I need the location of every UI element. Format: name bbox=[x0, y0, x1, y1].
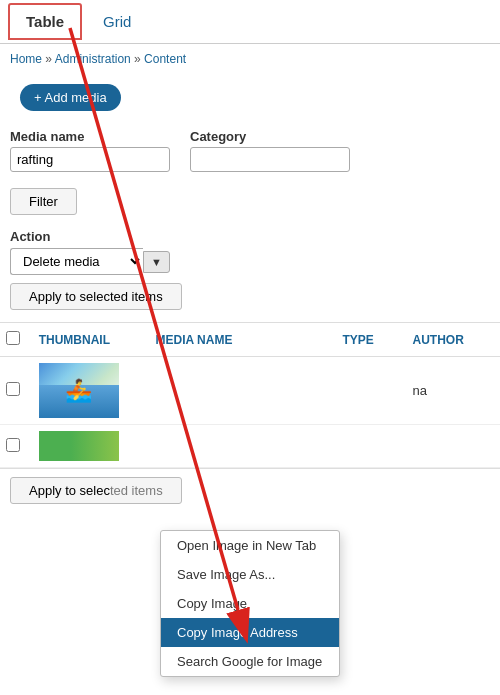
table-row bbox=[0, 425, 500, 468]
action-area: Action Delete media ▼ Apply to selected … bbox=[0, 225, 500, 316]
action-select-arrow[interactable]: ▼ bbox=[143, 251, 170, 273]
filter-form: Media name Category Filter bbox=[0, 121, 500, 225]
breadcrumb-sep1: » bbox=[45, 52, 54, 66]
row1-type-cell bbox=[336, 357, 406, 425]
category-field: Category bbox=[190, 129, 350, 172]
bottom-apply-button[interactable]: Apply to selected items bbox=[10, 477, 182, 504]
breadcrumb-sep2: » bbox=[134, 52, 144, 66]
category-input[interactable] bbox=[190, 147, 350, 172]
action-select[interactable]: Delete media bbox=[10, 248, 143, 275]
context-menu: Open Image in New Tab Save Image As... C… bbox=[160, 530, 340, 677]
context-menu-item-searchgoogle[interactable]: Search Google for Image bbox=[161, 647, 339, 676]
bottom-bar: Apply to selected items bbox=[0, 468, 500, 512]
media-name-field: Media name bbox=[10, 129, 170, 172]
row1-check-cell bbox=[0, 357, 33, 425]
media-table: THUMBNAIL MEDIA NAME TYPE AUTHOR na bbox=[0, 322, 500, 468]
select-all-checkbox[interactable] bbox=[6, 331, 20, 345]
tab-grid[interactable]: Grid bbox=[86, 4, 148, 39]
apply-selected-button[interactable]: Apply to selected items bbox=[10, 283, 182, 310]
breadcrumb-admin[interactable]: Administration bbox=[55, 52, 131, 66]
row1-thumbnail bbox=[39, 363, 119, 418]
filter-button[interactable]: Filter bbox=[10, 188, 77, 215]
col-header-medianame: MEDIA NAME bbox=[150, 323, 337, 357]
media-name-input[interactable] bbox=[10, 147, 170, 172]
col-header-type: TYPE bbox=[336, 323, 406, 357]
row1-thumbnail-cell bbox=[33, 357, 150, 425]
row2-checkbox[interactable] bbox=[6, 438, 20, 452]
row1-checkbox[interactable] bbox=[6, 382, 20, 396]
col-header-author: AUTHOR bbox=[407, 323, 501, 357]
row2-thumbnail-cell bbox=[33, 425, 150, 468]
col-header-thumbnail: THUMBNAIL bbox=[33, 323, 150, 357]
action-select-wrap: Delete media ▼ bbox=[10, 248, 170, 275]
context-menu-item-open[interactable]: Open Image in New Tab bbox=[161, 531, 339, 560]
breadcrumb-home[interactable]: Home bbox=[10, 52, 42, 66]
media-name-label: Media name bbox=[10, 129, 170, 144]
add-media-button[interactable]: + Add media bbox=[20, 84, 121, 111]
row2-type-cell bbox=[336, 425, 406, 468]
tab-table[interactable]: Table bbox=[8, 3, 82, 40]
category-label: Category bbox=[190, 129, 350, 144]
table-row: na bbox=[0, 357, 500, 425]
context-menu-item-copyaddress[interactable]: Copy Image Address bbox=[161, 618, 339, 647]
row2-thumbnail bbox=[39, 431, 119, 461]
table-header-row: THUMBNAIL MEDIA NAME TYPE AUTHOR bbox=[0, 323, 500, 357]
context-menu-item-copy[interactable]: Copy Image bbox=[161, 589, 339, 618]
breadcrumb: Home » Administration » Content bbox=[0, 44, 500, 74]
breadcrumb-content[interactable]: Content bbox=[144, 52, 186, 66]
row2-check-cell bbox=[0, 425, 33, 468]
col-header-check bbox=[0, 323, 33, 357]
context-menu-item-saveas[interactable]: Save Image As... bbox=[161, 560, 339, 589]
action-label: Action bbox=[10, 229, 490, 244]
row1-author-cell: na bbox=[407, 357, 501, 425]
row2-author-cell bbox=[407, 425, 501, 468]
filter-row: Media name Category bbox=[10, 129, 490, 172]
tabs-bar: Table Grid bbox=[0, 0, 500, 44]
row2-medianame-cell bbox=[150, 425, 337, 468]
row1-medianame-cell bbox=[150, 357, 337, 425]
